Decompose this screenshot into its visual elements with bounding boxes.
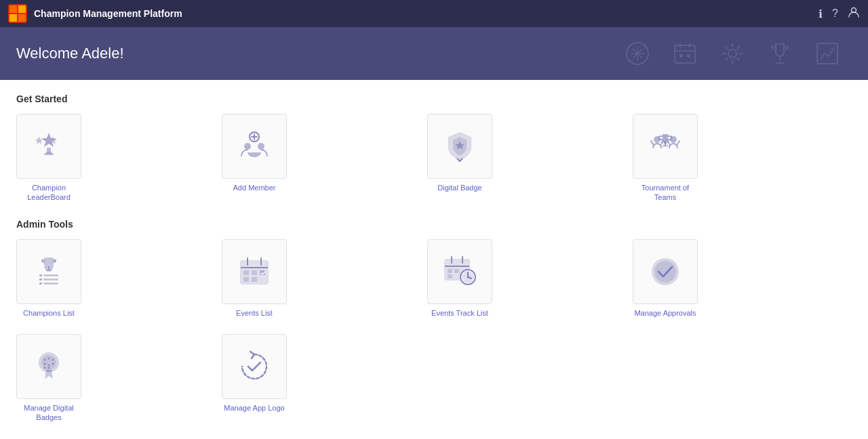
svg-rect-33 [43, 278, 58, 280]
card-label-manage-digital-badges: Manage DigitalBadges [24, 403, 73, 423]
svg-rect-50 [454, 269, 459, 273]
topbar: Champion Management Platform ℹ ? [0, 0, 868, 27]
topbar-right: ℹ ? [818, 6, 860, 21]
trophy-stars-icon [30, 127, 68, 165]
info-icon[interactable]: ℹ [818, 7, 823, 20]
svg-line-22 [661, 141, 663, 144]
svg-rect-8 [679, 54, 683, 58]
user-icon[interactable] [848, 6, 860, 21]
card-box-manage-digital-badges[interactable] [16, 334, 81, 399]
svg-rect-41 [252, 270, 257, 275]
svg-point-64 [44, 362, 46, 364]
card-box-add-member[interactable] [222, 114, 287, 179]
card-box-manage-approvals[interactable] [633, 239, 698, 304]
card-label-add-member: Add Member [233, 183, 276, 192]
svg-point-62 [48, 357, 50, 359]
admin-tools-section: Admin Tools [16, 219, 852, 423]
card-label-digital-badge: Digital Badge [437, 183, 481, 192]
calendar-check-icon [235, 253, 273, 291]
card-label-manage-approvals: Manage Approvals [634, 308, 696, 318]
card-events-list[interactable]: Events List [222, 239, 287, 318]
trophy-list-icon [30, 253, 68, 291]
card-add-member[interactable]: Add Member [222, 114, 287, 203]
svg-rect-4 [18, 14, 26, 22]
svg-line-21 [651, 141, 653, 144]
card-box-manage-app-logo[interactable] [222, 334, 287, 399]
team-trophy-icon [646, 127, 684, 165]
card-box-events-track-list[interactable] [427, 239, 492, 304]
card-label-champions-list: Champions List [23, 308, 75, 318]
svg-point-63 [52, 358, 54, 360]
add-people-icon [235, 127, 273, 165]
svg-point-61 [44, 358, 46, 360]
card-digital-badge[interactable]: Digital Badge [427, 114, 492, 203]
svg-point-18 [244, 143, 251, 150]
app-title: Champion Management Platform [34, 8, 182, 19]
svg-line-24 [668, 141, 669, 144]
card-events-track-list[interactable]: Events Track List [427, 239, 492, 318]
svg-rect-35 [43, 283, 58, 285]
shield-check-icon [646, 253, 684, 291]
svg-point-6 [627, 43, 648, 64]
svg-rect-32 [39, 278, 42, 280]
svg-rect-1 [9, 5, 17, 13]
spacer-4 [92, 239, 211, 318]
svg-rect-11 [817, 43, 837, 64]
card-label-events-list: Events List [236, 308, 273, 318]
svg-line-25 [677, 141, 679, 144]
card-box-events-list[interactable] [222, 239, 287, 304]
admin-tools-row2: Manage DigitalBadges [16, 334, 852, 423]
card-manage-app-logo[interactable]: Manage App Logo [222, 334, 287, 423]
svg-point-56 [467, 276, 469, 278]
svg-rect-3 [9, 14, 17, 22]
spacer-2 [298, 114, 416, 203]
card-box-tournament-of-teams[interactable] [633, 114, 698, 179]
svg-rect-9 [687, 54, 690, 58]
svg-rect-31 [43, 274, 58, 276]
svg-point-67 [44, 367, 46, 369]
svg-rect-40 [243, 270, 249, 275]
deco-trophy-icon [766, 40, 793, 67]
spacer-3 [503, 114, 622, 203]
svg-rect-34 [39, 283, 42, 285]
calendar-clock-icon [441, 253, 479, 291]
get-started-cards: ChampionLeaderBoard [16, 114, 852, 203]
main-content: Get Started [0, 80, 868, 439]
card-manage-approvals[interactable]: Manage Approvals [633, 239, 698, 318]
card-label-tournament-of-teams: Tournament of Teams [633, 183, 698, 203]
card-champions-list[interactable]: Champions List [16, 239, 81, 318]
card-label-champion-leaderboard: ChampionLeaderBoard [27, 183, 71, 203]
help-icon[interactable]: ? [832, 7, 838, 20]
banner-decorations [624, 27, 841, 80]
svg-rect-30 [39, 274, 42, 276]
card-box-digital-badge[interactable] [427, 114, 492, 179]
card-box-champion-leaderboard[interactable] [16, 114, 81, 179]
svg-rect-2 [18, 5, 26, 13]
svg-point-68 [48, 367, 50, 369]
svg-rect-27 [663, 145, 668, 147]
svg-point-65 [48, 364, 50, 366]
svg-rect-43 [243, 277, 249, 282]
spacer-7 [92, 334, 211, 423]
svg-point-66 [52, 362, 54, 364]
svg-rect-14 [46, 152, 52, 154]
spacer-1 [92, 114, 211, 203]
welcome-title: Welcome Adele! [16, 45, 124, 62]
topbar-left: Champion Management Platform [8, 4, 182, 23]
card-champion-leaderboard[interactable]: ChampionLeaderBoard [16, 114, 81, 203]
deco-gear-icon [719, 40, 746, 67]
refresh-check-icon [235, 348, 273, 385]
card-label-events-track-list: Events Track List [431, 308, 488, 318]
svg-rect-49 [448, 269, 452, 273]
get-started-section: Get Started [16, 93, 852, 203]
admin-tools-cards: Champions List [16, 239, 852, 318]
card-box-champions-list[interactable] [16, 239, 81, 304]
svg-point-19 [258, 143, 264, 150]
svg-rect-7 [675, 45, 695, 63]
card-manage-digital-badges[interactable]: Manage DigitalBadges [16, 334, 81, 423]
deco-network-icon [624, 40, 651, 67]
card-tournament-of-teams[interactable]: Tournament of Teams [633, 114, 698, 203]
shield-badge-icon [441, 127, 479, 165]
svg-point-10 [728, 49, 736, 58]
app-logo-icon [8, 4, 27, 23]
